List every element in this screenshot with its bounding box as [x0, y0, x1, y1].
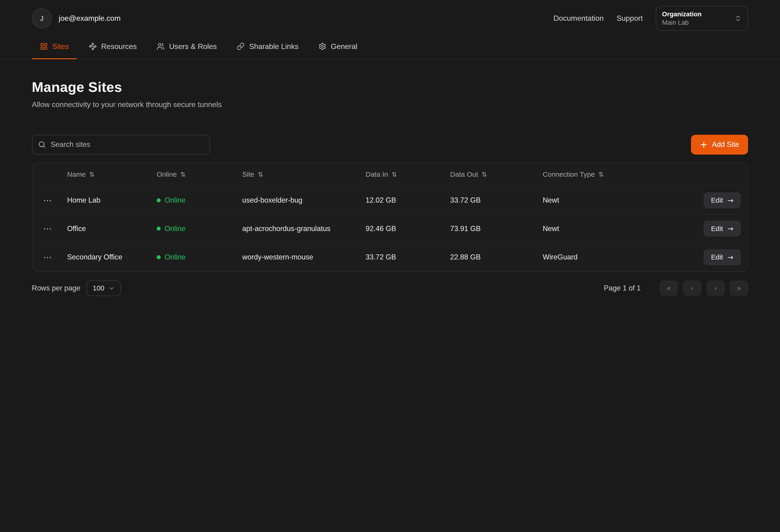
tab-sites[interactable]: Sites — [32, 36, 77, 59]
next-page-button[interactable]: › — [706, 281, 725, 296]
sort-icon[interactable]: ⇅ — [482, 171, 487, 178]
avatar-initial: J — [40, 14, 44, 22]
page-subtitle: Allow connectivity to your network throu… — [32, 100, 748, 109]
add-site-label: Add Site — [712, 140, 739, 149]
first-page-button[interactable]: « — [660, 281, 678, 296]
tab-users-roles-label: Users & Roles — [169, 42, 217, 51]
site-slug: apt-acrochordus-granulatus — [242, 225, 365, 233]
tab-general-label: General — [331, 42, 357, 51]
data-out: 22.88 GB — [450, 253, 543, 261]
edit-button[interactable]: Edit → — [703, 249, 741, 265]
site-name: Secondary Office — [67, 253, 157, 261]
user-email: joe@example.com — [59, 14, 120, 22]
site-name: Office — [67, 225, 157, 233]
edit-button[interactable]: Edit → — [703, 192, 741, 208]
site-name: Home Lab — [67, 196, 157, 204]
page-title: Manage Sites — [32, 79, 748, 95]
main-content: Manage Sites Allow connectivity to your … — [0, 59, 780, 532]
online-dot — [157, 227, 161, 231]
plus-icon: + — [700, 140, 708, 149]
row-menu-button[interactable]: ⋯ — [39, 221, 56, 236]
sites-table: Name ⇅ Online ⇅ Site ⇅ Data In ⇅ Data Ou… — [32, 162, 748, 272]
tab-sites-label: Sites — [52, 42, 69, 51]
nav-documentation[interactable]: Documentation — [553, 14, 603, 22]
row-menu-button[interactable]: ⋯ — [39, 193, 56, 208]
data-in: 92.46 GB — [365, 225, 450, 233]
nav-support[interactable]: Support — [617, 14, 643, 22]
users-icon — [157, 42, 164, 50]
user-cluster: J joe@example.com — [32, 8, 121, 28]
rows-per-page: Rows per page 100 — [32, 281, 121, 296]
data-out: 33.72 GB — [450, 196, 543, 204]
column-header-data-in[interactable]: Data In ⇅ — [365, 171, 450, 178]
column-header-connection-type[interactable]: Connection Type ⇅ — [543, 171, 660, 178]
search-icon — [38, 141, 46, 148]
tab-resources[interactable]: Resources — [81, 36, 145, 59]
top-header: J joe@example.com Documentation Support … — [0, 0, 780, 36]
table-row: ⋯ Home Lab Online used-boxelder-bug 12.0… — [33, 186, 748, 215]
previous-page-button[interactable]: ‹ — [683, 281, 701, 296]
table-header-row: Name ⇅ Online ⇅ Site ⇅ Data In ⇅ Data Ou… — [33, 163, 748, 186]
sort-icon[interactable]: ⇅ — [257, 171, 263, 178]
avatar[interactable]: J — [32, 8, 52, 28]
tab-sharable-links-label: Sharable Links — [249, 42, 299, 51]
link-icon — [237, 42, 245, 50]
connection-type: Newt — [543, 196, 660, 204]
tab-general[interactable]: General — [310, 36, 365, 59]
grid-icon — [40, 42, 48, 50]
tab-sharable-links[interactable]: Sharable Links — [229, 36, 306, 59]
org-selector[interactable]: Organization Main Lab — [656, 6, 748, 31]
table-footer: Rows per page 100 Page 1 of 1 « ‹ › » — [32, 281, 748, 296]
site-slug: wordy-western-mouse — [242, 253, 365, 261]
online-dot — [157, 255, 161, 259]
arrow-right-icon: → — [728, 253, 733, 261]
org-selector-label: Organization — [662, 10, 725, 18]
data-in: 33.72 GB — [365, 253, 450, 261]
toolbar: + Add Site — [32, 135, 748, 154]
online-status: Online — [157, 196, 242, 204]
sort-icon[interactable]: ⇅ — [180, 171, 186, 178]
org-selector-value: Main Lab — [662, 19, 725, 26]
chevron-down-icon — [108, 285, 115, 292]
tab-users-roles[interactable]: Users & Roles — [149, 36, 225, 59]
page-info: Page 1 of 1 — [604, 284, 641, 292]
arrow-right-icon: → — [728, 196, 733, 204]
online-status: Online — [157, 253, 242, 261]
add-site-button[interactable]: + Add Site — [691, 135, 748, 154]
waypoints-icon — [89, 42, 97, 50]
tab-bar: Sites Resources Users & Roles Sharable L… — [0, 36, 780, 59]
rows-per-page-select[interactable]: 100 — [87, 281, 121, 296]
online-status: Online — [157, 225, 242, 233]
chevrons-up-down-icon — [734, 15, 742, 22]
column-header-name[interactable]: Name ⇅ — [67, 171, 157, 178]
column-header-data-out[interactable]: Data Out ⇅ — [450, 171, 543, 178]
connection-type: WireGuard — [543, 253, 660, 261]
sort-icon[interactable]: ⇅ — [392, 171, 397, 178]
search-sites-input[interactable] — [51, 140, 203, 149]
column-header-online[interactable]: Online ⇅ — [157, 171, 242, 178]
sort-icon[interactable]: ⇅ — [89, 171, 95, 178]
data-out: 73.91 GB — [450, 225, 543, 233]
arrow-right-icon: → — [728, 225, 733, 233]
tab-resources-label: Resources — [101, 42, 137, 51]
connection-type: Newt — [543, 225, 660, 233]
search-box — [32, 135, 210, 154]
header-right: Documentation Support Organization Main … — [553, 6, 748, 31]
edit-button[interactable]: Edit → — [703, 221, 741, 237]
pager: Page 1 of 1 « ‹ › » — [604, 281, 748, 296]
gear-icon — [319, 42, 326, 50]
table-row: ⋯ Secondary Office Online wordy-western-… — [33, 243, 748, 272]
column-header-site[interactable]: Site ⇅ — [242, 171, 365, 178]
online-dot — [157, 198, 161, 202]
table-row: ⋯ Office Online apt-acrochordus-granulat… — [33, 215, 748, 243]
site-slug: used-boxelder-bug — [242, 196, 365, 204]
rows-per-page-label: Rows per page — [32, 284, 81, 292]
data-in: 12.02 GB — [365, 196, 450, 204]
row-menu-button[interactable]: ⋯ — [39, 250, 56, 264]
sort-icon[interactable]: ⇅ — [598, 171, 604, 178]
last-page-button[interactable]: » — [730, 281, 748, 296]
